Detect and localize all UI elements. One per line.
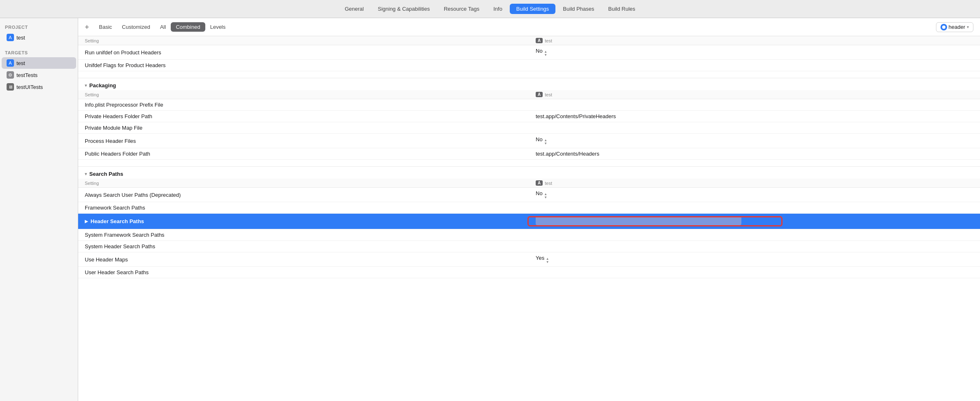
target-testuitests-label: testUITests bbox=[16, 84, 43, 90]
chevron-down-icon: ▾ bbox=[85, 83, 87, 88]
setting-name: User Header Search Paths bbox=[78, 267, 529, 278]
filter-bar-right: header ▾ bbox=[936, 22, 973, 32]
target-testtests-icon: ⚙ bbox=[7, 71, 14, 79]
setting-name: Process Header Files bbox=[78, 134, 529, 148]
col-target-label: test bbox=[545, 38, 552, 43]
target-badge-2: A bbox=[536, 92, 543, 97]
table-row[interactable]: System Header Search Paths bbox=[78, 241, 980, 252]
header-filter-label: header bbox=[949, 24, 965, 30]
add-setting-button[interactable]: + bbox=[85, 23, 89, 31]
setting-value bbox=[529, 267, 980, 278]
filter-bar: + Basic Customized All Combined Levels h… bbox=[78, 18, 980, 36]
setting-value: test.app/Contents/Headers bbox=[529, 148, 980, 160]
sidebar: PROJECT A test TARGETS A test ⚙ testTest… bbox=[0, 18, 78, 401]
table-row[interactable]: Process Header Files No ▲▼ bbox=[78, 134, 980, 148]
tab-signing[interactable]: Signing & Capabilities bbox=[371, 4, 436, 14]
filter-levels[interactable]: Levels bbox=[205, 22, 231, 32]
project-test-icon: A bbox=[7, 34, 14, 41]
stepper-arrows-2: ▲▼ bbox=[544, 139, 547, 145]
spacer-row bbox=[78, 71, 980, 78]
top-tab-bar: General Signing & Capabilities Resource … bbox=[0, 0, 980, 18]
tab-build-rules[interactable]: Build Rules bbox=[601, 4, 642, 14]
table-row[interactable]: Private Headers Folder Path test.app/Con… bbox=[78, 111, 980, 122]
svg-point-0 bbox=[942, 26, 945, 29]
setting-value bbox=[529, 241, 980, 252]
target-test-label: test bbox=[16, 60, 25, 66]
header-search-paths-label: Header Search Paths bbox=[91, 218, 144, 224]
setting-name: Info.plist Preprocessor Prefix File bbox=[78, 99, 529, 111]
setting-value bbox=[529, 122, 980, 134]
content-area: + Basic Customized All Combined Levels h… bbox=[78, 18, 980, 401]
table-row[interactable]: Use Header Maps Yes ▲▼ bbox=[78, 252, 980, 267]
project-section-label: PROJECT bbox=[0, 23, 78, 31]
setting-name: Run unifdef on Product Headers bbox=[78, 45, 529, 60]
tab-build-settings[interactable]: Build Settings bbox=[510, 4, 556, 14]
filter-combined[interactable]: Combined bbox=[171, 22, 205, 32]
table-row[interactable]: Run unifdef on Product Headers No ▲▼ bbox=[78, 45, 980, 60]
target-testtests-label: testTests bbox=[16, 72, 37, 78]
target-badge: A bbox=[536, 38, 543, 43]
table-row[interactable]: Framework Search Paths bbox=[78, 202, 980, 214]
tab-info[interactable]: Info bbox=[487, 4, 509, 14]
filter-icon bbox=[941, 24, 947, 30]
col-header-row-packaging: Setting A test bbox=[78, 90, 980, 99]
col-setting-label-2: Setting bbox=[85, 92, 99, 97]
col-setting-label-3: Setting bbox=[85, 181, 99, 186]
header-search-paths-input[interactable] bbox=[536, 216, 741, 225]
col-header-row-1: Setting A test bbox=[78, 36, 980, 45]
header-filter-dropdown[interactable]: header ▾ bbox=[936, 22, 973, 32]
sidebar-item-target-testtests[interactable]: ⚙ testTests bbox=[2, 69, 76, 81]
settings-content: Setting A test Run unifdef on Product He… bbox=[78, 36, 980, 401]
section-search-paths[interactable]: ▾ Search Paths bbox=[78, 167, 980, 179]
setting-value: Yes ▲▼ bbox=[529, 252, 980, 267]
header-search-paths-value-cell[interactable] bbox=[529, 214, 980, 229]
setting-name: System Framework Search Paths bbox=[78, 229, 529, 241]
spacer-row-2 bbox=[78, 160, 980, 167]
setting-value: No ▲▼ bbox=[529, 134, 980, 148]
filter-all[interactable]: All bbox=[155, 22, 171, 32]
sidebar-item-project-test[interactable]: A test bbox=[2, 32, 76, 43]
table-row[interactable]: Public Headers Folder Path test.app/Cont… bbox=[78, 148, 980, 160]
setting-value: test.app/Contents/PrivateHeaders bbox=[529, 111, 980, 122]
table-row[interactable]: Always Search User Paths (Deprecated) No… bbox=[78, 188, 980, 202]
stepper-arrows: ▲▼ bbox=[544, 50, 547, 57]
target-badge-3: A bbox=[536, 180, 543, 186]
tab-general[interactable]: General bbox=[338, 4, 370, 14]
filter-customized[interactable]: Customized bbox=[117, 22, 155, 32]
col-target-label-2: test bbox=[545, 92, 552, 97]
tab-resource-tags[interactable]: Resource Tags bbox=[437, 4, 486, 14]
stepper-arrows-4: ▲▼ bbox=[546, 257, 549, 264]
tab-build-phases[interactable]: Build Phases bbox=[556, 4, 601, 14]
setting-name: Private Headers Folder Path bbox=[78, 111, 529, 122]
sidebar-item-target-testuitests[interactable]: 🖥 testUITests bbox=[2, 81, 76, 93]
header-search-paths-name: ▶ Header Search Paths bbox=[85, 218, 523, 224]
col-target-container-3: A test bbox=[536, 180, 973, 186]
target-test-icon: A bbox=[7, 59, 14, 67]
project-test-label: test bbox=[16, 35, 25, 41]
col-target-container-2: A test bbox=[536, 92, 973, 97]
table-row[interactable]: Info.plist Preprocessor Prefix File bbox=[78, 99, 980, 111]
filter-basic[interactable]: Basic bbox=[94, 22, 117, 32]
setting-name: Unifdef Flags for Product Headers bbox=[78, 60, 529, 71]
setting-name: Public Headers Folder Path bbox=[78, 148, 529, 160]
setting-value: No ▲▼ bbox=[529, 45, 980, 60]
setting-value bbox=[529, 202, 980, 214]
targets-section-label: TARGETS bbox=[0, 49, 78, 57]
table-row[interactable]: Private Module Map File bbox=[78, 122, 980, 134]
setting-value bbox=[529, 60, 980, 71]
setting-value: No ▲▼ bbox=[529, 188, 980, 202]
setting-name: Private Module Map File bbox=[78, 122, 529, 134]
setting-name: Use Header Maps bbox=[78, 252, 529, 267]
chevron-down-icon: ▾ bbox=[967, 25, 969, 29]
table-row[interactable]: User Header Search Paths bbox=[78, 267, 980, 278]
settings-table: Setting A test Run unifdef on Product He… bbox=[78, 36, 980, 278]
header-search-paths-row[interactable]: ▶ Header Search Paths bbox=[78, 214, 980, 229]
section-packaging[interactable]: ▾ Packaging bbox=[78, 78, 980, 91]
sidebar-item-target-test[interactable]: A test bbox=[2, 57, 76, 69]
col-target-container: A test bbox=[536, 38, 973, 43]
setting-value bbox=[529, 229, 980, 241]
table-row[interactable]: Unifdef Flags for Product Headers bbox=[78, 60, 980, 71]
section-packaging-label: Packaging bbox=[89, 82, 116, 89]
table-row[interactable]: System Framework Search Paths bbox=[78, 229, 980, 241]
target-testuitests-icon: 🖥 bbox=[7, 83, 14, 91]
